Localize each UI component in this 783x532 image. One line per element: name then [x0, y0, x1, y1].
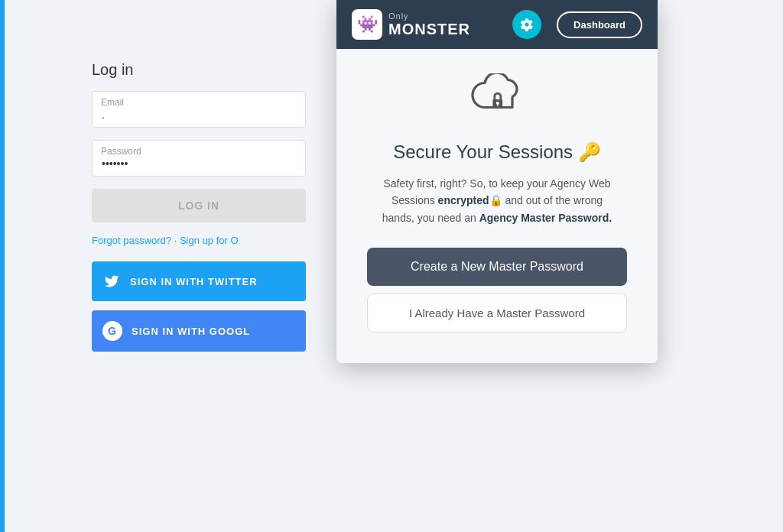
brand-only-text: Only	[388, 11, 470, 21]
desc-bold-encrypted: encrypted	[438, 194, 489, 206]
google-icon: G	[102, 321, 122, 341]
left-accent-bar	[0, 0, 5, 532]
email-label: Email	[101, 97, 124, 108]
modal-header: 👾 Only MONSTER Dashboard	[336, 0, 658, 49]
desc-emoji-lock: 🔒	[489, 194, 502, 206]
dashboard-button[interactable]: Dashboard	[557, 11, 642, 38]
modal-description: Safety first, right? So, to keep your Ag…	[375, 175, 619, 226]
google-signin-button[interactable]: G SIGN IN WITH GOOGL	[92, 310, 306, 352]
password-field-group: Password	[92, 140, 359, 177]
brand-logo: 👾 Only MONSTER	[352, 9, 470, 40]
login-links: Forgot password? · Sign up for O	[92, 235, 359, 246]
modal-title: Secure Your Sessions 🔑	[393, 141, 601, 163]
login-form-container: Log in Email Password LOG IN Forgot pass…	[92, 61, 359, 361]
svg-rect-2	[497, 104, 499, 106]
password-label: Password	[101, 146, 141, 157]
modal-panel: 👾 Only MONSTER Dashboard	[336, 0, 658, 363]
separator: ·	[174, 235, 177, 246]
desc-bold-password: Agency Master Password.	[479, 212, 612, 224]
modal-body: Secure Your Sessions 🔑 Safety first, rig…	[336, 49, 658, 363]
google-button-label: SIGN IN WITH GOOGL	[132, 326, 250, 337]
twitter-signin-button[interactable]: SIGN IN WITH TWITTER	[92, 261, 306, 301]
twitter-icon	[102, 272, 121, 290]
email-field-group: Email	[92, 91, 359, 128]
existing-master-password-button[interactable]: I Already Have a Master Password	[367, 294, 627, 332]
brand-monster-text: MONSTER	[388, 21, 470, 37]
settings-icon-button[interactable]	[512, 10, 541, 39]
monster-logo-icon: 👾	[352, 9, 382, 40]
forgot-password-link[interactable]: Forgot password?	[92, 235, 171, 246]
cloud-lock-icon	[466, 73, 528, 126]
brand-text: Only MONSTER	[388, 11, 470, 37]
signup-link[interactable]: Sign up for O	[180, 235, 239, 246]
login-title: Log in	[92, 61, 359, 79]
create-master-password-button[interactable]: Create a New Master Password	[367, 248, 627, 286]
twitter-button-label: SIGN IN WITH TWITTER	[130, 276, 258, 287]
login-button[interactable]: LOG IN	[92, 189, 306, 222]
settings-icon	[520, 18, 534, 31]
